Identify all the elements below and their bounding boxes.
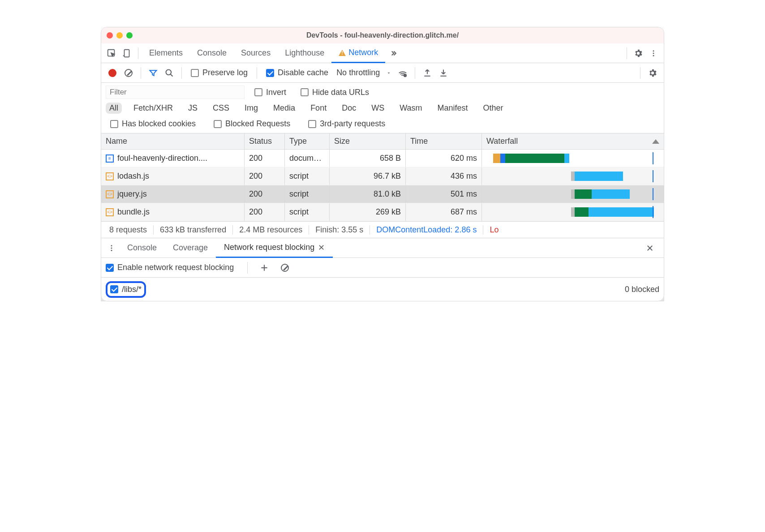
tab-elements[interactable]: Elements: [142, 43, 190, 63]
cell-size: 96.7 kB: [330, 167, 406, 185]
separator: [257, 67, 257, 79]
filter-toggle-icon[interactable]: [146, 65, 161, 81]
separator: [640, 67, 640, 79]
cell-type: docum…: [285, 150, 330, 167]
network-conditions-icon[interactable]: [395, 65, 410, 81]
close-tab-icon[interactable]: ✕: [318, 243, 325, 253]
tab-lighthouse[interactable]: Lighthouse: [278, 43, 331, 63]
cell-waterfall: [482, 150, 664, 167]
cell-type: script: [285, 203, 330, 221]
clear-button[interactable]: [121, 65, 136, 81]
kebab-menu-icon[interactable]: [646, 46, 661, 61]
preserve-log-label: Preserve log: [202, 68, 248, 77]
remove-all-patterns-icon[interactable]: [277, 260, 292, 275]
invert-checkbox[interactable]: Invert: [250, 88, 291, 97]
pattern-checkbox[interactable]: [110, 285, 118, 293]
drawer-tab-blocking-label: Network request blocking: [224, 243, 314, 252]
pattern-text[interactable]: /libs/*: [122, 285, 142, 294]
throttling-select[interactable]: No throttling: [334, 68, 394, 77]
th-status[interactable]: Status: [245, 133, 285, 149]
type-chip-img[interactable]: Img: [241, 103, 262, 114]
file-icon: <>: [106, 208, 114, 216]
drawer-tab-blocking[interactable]: Network request blocking ✕: [216, 239, 333, 258]
drawer-close-icon[interactable]: [642, 240, 658, 256]
inspect-element-icon[interactable]: [104, 46, 119, 61]
device-toggle-icon[interactable]: [119, 46, 134, 61]
separator: [138, 47, 138, 59]
throttling-value: No throttling: [336, 68, 380, 77]
svg-point-10: [111, 247, 112, 249]
blocked-requests-checkbox[interactable]: Blocked Requests: [209, 119, 295, 129]
minimize-button[interactable]: [116, 32, 123, 39]
svg-point-11: [111, 249, 112, 251]
cell-type: script: [285, 167, 330, 185]
separator: [627, 47, 627, 59]
window-controls: [107, 32, 133, 39]
svg-point-3: [653, 50, 654, 51]
disable-cache-checkbox[interactable]: Disable cache: [262, 68, 333, 77]
preserve-log-checkbox[interactable]: Preserve log: [186, 68, 252, 77]
drawer-kebab-icon[interactable]: [104, 240, 119, 256]
pattern-row: /libs/* 0 blocked: [101, 278, 664, 301]
cell-size: 658 B: [330, 150, 406, 167]
summary-bar: 8 requests 633 kB transferred 2.4 MB res…: [101, 221, 664, 238]
th-type[interactable]: Type: [285, 133, 330, 149]
type-chip-all[interactable]: All: [106, 103, 122, 114]
table-row[interactable]: <>bundle.js200script269 kB687 ms: [101, 203, 664, 221]
type-chip-js[interactable]: JS: [185, 103, 201, 114]
th-size[interactable]: Size: [330, 133, 406, 149]
third-party-checkbox[interactable]: 3rd-party requests: [304, 119, 390, 129]
network-settings-icon[interactable]: [645, 65, 660, 81]
tab-console[interactable]: Console: [190, 43, 234, 63]
import-har-icon[interactable]: [420, 65, 435, 81]
cell-name: <>bundle.js: [101, 203, 245, 221]
has-blocked-cookies-label: Has blocked cookies: [122, 119, 196, 129]
invert-label: Invert: [266, 88, 286, 97]
search-icon[interactable]: [162, 65, 177, 81]
disable-cache-label: Disable cache: [278, 68, 328, 77]
checkbox-icon: [254, 88, 262, 96]
type-chip-font[interactable]: Font: [307, 103, 330, 114]
drawer-tab-coverage[interactable]: Coverage: [165, 238, 216, 257]
record-button[interactable]: [105, 65, 120, 81]
type-chip-wasm[interactable]: Wasm: [396, 103, 425, 114]
hide-data-urls-checkbox[interactable]: Hide data URLs: [296, 88, 374, 97]
type-chip-css[interactable]: CSS: [209, 103, 233, 114]
tab-sources[interactable]: Sources: [234, 43, 278, 63]
type-chip-manifest[interactable]: Manifest: [434, 103, 472, 114]
more-tabs-icon[interactable]: [385, 46, 400, 61]
network-toolbar: Preserve log Disable cache No throttling: [101, 63, 664, 83]
th-name[interactable]: Name: [101, 133, 245, 149]
hide-data-urls-label: Hide data URLs: [312, 88, 369, 97]
maximize-button[interactable]: [126, 32, 133, 39]
enable-blocking-checkbox[interactable]: Enable network request blocking: [106, 263, 238, 272]
type-chip-fetchxhr[interactable]: Fetch/XHR: [130, 103, 176, 114]
type-chip-doc[interactable]: Doc: [338, 103, 360, 114]
settings-icon[interactable]: [631, 46, 646, 61]
type-chip-ws[interactable]: WS: [368, 103, 388, 114]
sort-indicator-icon: [652, 139, 659, 144]
devtools-window: DevTools - foul-heavenly-direction.glitc…: [101, 27, 664, 301]
add-pattern-icon[interactable]: [257, 260, 272, 275]
tab-network[interactable]: Network: [331, 44, 385, 63]
has-blocked-cookies-checkbox[interactable]: Has blocked cookies: [106, 119, 200, 129]
drawer-tab-console[interactable]: Console: [119, 238, 165, 257]
cell-status: 200: [245, 150, 285, 167]
cell-waterfall: [482, 203, 664, 221]
type-chip-media[interactable]: Media: [270, 103, 299, 114]
type-chip-other[interactable]: Other: [480, 103, 507, 114]
export-har-icon[interactable]: [436, 65, 451, 81]
filter-input[interactable]: [106, 86, 245, 99]
table-header: Name Status Type Size Time Waterfall: [101, 133, 664, 150]
summary-transferred: 633 kB transferred: [154, 225, 233, 235]
file-icon: <>: [106, 172, 114, 180]
close-button[interactable]: [107, 32, 113, 39]
th-time[interactable]: Time: [406, 133, 482, 149]
checkbox-icon: [106, 264, 114, 272]
th-waterfall[interactable]: Waterfall: [482, 133, 664, 149]
pattern-highlight: /libs/*: [106, 281, 146, 298]
table-row[interactable]: <>lodash.js200script96.7 kB436 ms: [101, 167, 664, 185]
cell-name: <>lodash.js: [101, 167, 245, 185]
table-row[interactable]: ≡foul-heavenly-direction....200docum…658…: [101, 150, 664, 167]
table-row[interactable]: <>jquery.js200script81.0 kB501 ms: [101, 185, 664, 203]
